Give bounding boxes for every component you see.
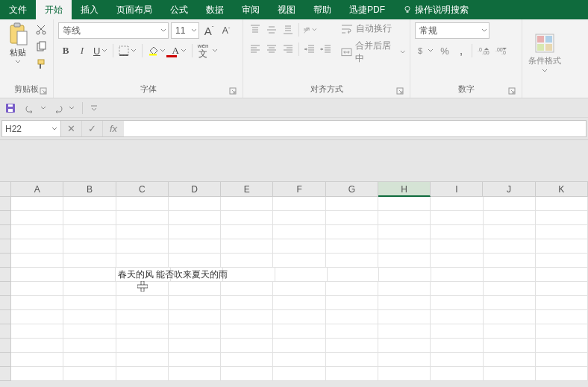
cell[interactable] <box>11 324 63 339</box>
cell[interactable] <box>221 211 273 225</box>
cell[interactable] <box>378 339 431 353</box>
col-header-C[interactable]: C <box>116 182 169 197</box>
cell[interactable] <box>116 324 169 339</box>
col-header-I[interactable]: I <box>431 182 483 197</box>
cell[interactable] <box>536 324 588 339</box>
cell[interactable] <box>273 296 325 310</box>
cell[interactable] <box>63 197 116 211</box>
format-painter-button[interactable] <box>34 57 49 72</box>
cell[interactable] <box>116 310 169 324</box>
cell[interactable] <box>378 197 431 211</box>
cond-format-button[interactable]: 条件格式 <box>527 22 563 84</box>
cell[interactable] <box>536 310 588 324</box>
tab-data[interactable]: 数据 <box>197 0 233 19</box>
cell[interactable] <box>169 339 221 353</box>
cell[interactable] <box>484 239 536 254</box>
cell[interactable] <box>273 282 325 296</box>
cell[interactable] <box>273 339 325 353</box>
paste-button[interactable]: 粘贴 <box>4 22 31 65</box>
cell[interactable] <box>484 268 536 282</box>
cell[interactable] <box>11 367 63 381</box>
cell[interactable] <box>273 254 325 268</box>
cell[interactable] <box>169 310 221 324</box>
cell[interactable] <box>273 310 325 324</box>
cell[interactable] <box>326 339 378 353</box>
cell[interactable] <box>63 296 116 310</box>
cell[interactable] <box>169 353 221 367</box>
fill-color-button[interactable] <box>146 43 168 58</box>
cell[interactable] <box>63 367 116 381</box>
dialog-launcher-icon[interactable] <box>229 87 237 95</box>
row-header[interactable] <box>0 353 11 367</box>
cell[interactable] <box>273 197 325 211</box>
col-header-B[interactable]: B <box>63 182 116 197</box>
cell[interactable] <box>223 268 275 282</box>
cell[interactable] <box>484 324 536 339</box>
tab-view[interactable]: 视图 <box>269 0 304 19</box>
cell[interactable] <box>431 310 483 324</box>
row-header[interactable] <box>0 310 11 324</box>
cell[interactable] <box>378 211 431 225</box>
align-center-button[interactable] <box>264 42 279 57</box>
cell[interactable] <box>116 225 169 239</box>
col-header-G[interactable]: G <box>326 182 378 197</box>
cell[interactable] <box>116 254 169 268</box>
cell[interactable] <box>326 239 378 254</box>
caret-down-icon[interactable] <box>40 105 46 111</box>
cell[interactable] <box>273 353 325 367</box>
cell[interactable] <box>378 324 431 339</box>
cell[interactable] <box>116 296 169 310</box>
row-header[interactable] <box>0 254 11 268</box>
cell[interactable] <box>116 197 169 211</box>
cell[interactable] <box>273 239 325 254</box>
cell[interactable] <box>221 339 273 353</box>
underline-button[interactable]: U <box>91 43 110 58</box>
align-bottom-button[interactable] <box>281 22 295 37</box>
cell[interactable] <box>431 211 483 225</box>
number-format-combo[interactable]: 常规 <box>415 22 490 39</box>
cell[interactable] <box>169 254 221 268</box>
tell-me-search[interactable]: 操作说明搜索 <box>394 0 478 19</box>
cell[interactable] <box>11 353 63 367</box>
cell[interactable]: 春天的风 能否吹来夏天的雨 <box>116 268 171 282</box>
cell[interactable] <box>431 353 483 367</box>
tab-help[interactable]: 帮助 <box>304 0 340 19</box>
cell[interactable] <box>116 353 169 367</box>
cancel-button[interactable]: ✕ <box>61 121 82 136</box>
cell[interactable] <box>484 353 536 367</box>
tab-home[interactable]: 开始 <box>36 0 72 19</box>
col-header-J[interactable]: J <box>483 182 535 197</box>
wrap-text-button[interactable]: 自动换行 <box>341 22 405 35</box>
cell[interactable] <box>221 239 273 254</box>
orientation-button[interactable]: ab <box>302 22 317 37</box>
cell[interactable] <box>431 197 483 211</box>
cell[interactable] <box>221 197 273 211</box>
col-header-D[interactable]: D <box>169 182 221 197</box>
cell[interactable] <box>63 353 116 367</box>
cell[interactable] <box>431 282 483 296</box>
cell[interactable] <box>536 296 588 310</box>
cell[interactable] <box>273 211 325 225</box>
row-header[interactable] <box>0 324 11 339</box>
col-header-E[interactable]: E <box>221 182 273 197</box>
cell[interactable] <box>378 225 431 239</box>
cell[interactable] <box>484 211 536 225</box>
cell[interactable] <box>11 225 63 239</box>
cell[interactable] <box>326 254 378 268</box>
cell[interactable] <box>11 282 63 296</box>
col-header-F[interactable]: F <box>273 182 325 197</box>
cell[interactable] <box>326 353 378 367</box>
cell[interactable] <box>536 211 588 225</box>
row-header[interactable] <box>0 239 11 254</box>
cell[interactable] <box>221 367 273 381</box>
align-middle-button[interactable] <box>264 22 279 37</box>
cell[interactable] <box>326 225 378 239</box>
shrink-font-button[interactable]: Aˇ <box>219 23 234 38</box>
cell[interactable] <box>326 296 378 310</box>
cell[interactable] <box>11 310 63 324</box>
cell[interactable] <box>169 282 221 296</box>
col-header-H[interactable]: H <box>378 182 431 197</box>
font-size-combo[interactable]: 11 <box>171 22 199 39</box>
cell[interactable] <box>63 225 116 239</box>
cell[interactable] <box>221 254 273 268</box>
